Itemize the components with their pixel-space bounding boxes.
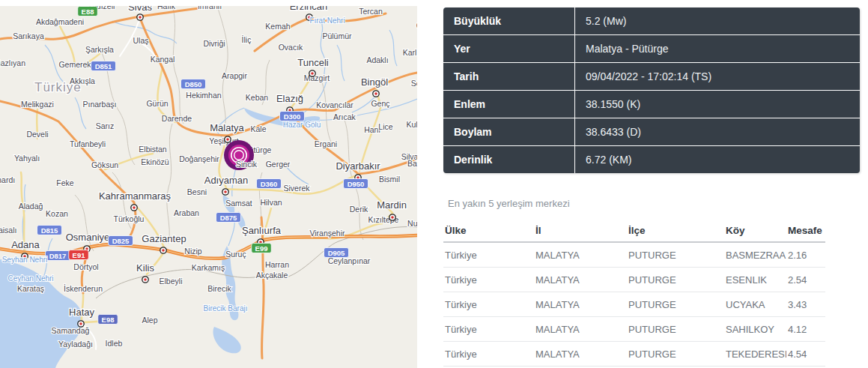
table-row: TürkiyeMALATYAPUTURGEBASMEZRAA2.16 (443, 243, 825, 268)
map-town-label: Kemah (265, 22, 290, 31)
table-cell: Türkiye (443, 250, 534, 261)
map-town-label: İliç (242, 35, 252, 44)
table-cell: PUTURGE (627, 274, 724, 286)
map-city-label: Diyarbakır (336, 160, 380, 172)
map-town-label: Ovacık (279, 43, 303, 52)
map-top-edge (0, 0, 417, 6)
table-cell: 4.12 (786, 324, 825, 335)
table-row: TürkiyeMALATYAPUTURGEUCYAKA3.43 (443, 292, 825, 317)
table-cell: MALATYA (534, 324, 627, 335)
map-town-label: Ulaş (133, 36, 148, 45)
info-row: Derinlik6.72 (KM) (443, 146, 860, 173)
city-marker-icon (142, 277, 148, 283)
country-label: Türkiye (34, 80, 82, 94)
map-town-label: Mazgirt (304, 73, 330, 82)
map-town-label: Hekimhan (186, 91, 221, 100)
map-town-label: Sarız (96, 121, 115, 130)
map-town-label: Lice (378, 122, 392, 131)
map-town-label: Sarıkaya (13, 31, 44, 40)
water-label: Birecik Barajı (204, 304, 248, 313)
map-town-label: Ekinözü (141, 157, 169, 166)
map-city-label: Mardin (377, 199, 407, 211)
table-cell: TEKEDERESI (724, 349, 786, 360)
map-town-label: Divriği (203, 39, 225, 48)
map-city-label: Gaziantep (142, 233, 186, 244)
map-town-label: Kozan (46, 209, 68, 218)
map-city-label: Malatya (210, 122, 244, 133)
map-town-label: Derik (350, 205, 368, 214)
map-town-label: Tufanbeyli (70, 139, 106, 148)
water-label: Fırat Nehri (309, 16, 345, 25)
road-shield: D875 (216, 213, 241, 223)
map-town-label: Kovancılar (316, 100, 353, 109)
road-shield: D851 (91, 61, 116, 71)
info-value: 6.72 (KM) (575, 146, 860, 173)
map-town-label: Arıcak (333, 112, 356, 121)
map-town-label: Alep (142, 316, 157, 325)
column-header: Mesafe (786, 225, 825, 236)
map-canvas[interactable]: YıldızeliHafikİmranlıAkdağmadeniSarıkaya… (0, 0, 417, 368)
road-shield: E88 (78, 7, 98, 16)
svg-text:D875: D875 (220, 214, 237, 222)
road-shield: D817 (46, 251, 70, 261)
map-city-label: Kahramanmaraş (99, 190, 172, 202)
map-town-label: Karataş (17, 284, 44, 293)
info-value: 38.6433 (D) (575, 118, 860, 145)
map-town-label: Harran (265, 260, 289, 269)
table-cell: Türkiye (443, 274, 534, 286)
map-town-label: Karaisalı (0, 226, 16, 235)
table-cell: 4.54 (786, 349, 825, 360)
table-cell: 3.43 (786, 299, 825, 310)
map-town-label: Idleb (106, 339, 123, 348)
svg-text:D851: D851 (95, 62, 112, 70)
map-town-label: Feke (56, 178, 74, 187)
table-cell: MALATYA (534, 274, 627, 286)
map-town-label: Şarkışla (85, 45, 114, 54)
map-town-label: Hilvan (260, 198, 282, 207)
city-marker-icon (225, 136, 231, 142)
map-town-label: Viranşehir (309, 229, 345, 238)
map-town-label: Gürün (146, 99, 168, 108)
table-cell: Türkiye (443, 349, 534, 360)
svg-text:D815: D815 (41, 226, 58, 235)
city-marker-icon (222, 189, 228, 195)
map-town-label: Arapgir (222, 71, 247, 80)
table-cell: MALATYA (534, 250, 627, 261)
nearest-settlements-table: ÜlkeİlİlçeKöyMesafeTürkiyeMALATYAPUTURGE… (443, 219, 825, 367)
map-town-label: Birecik (207, 284, 231, 293)
map-town-label: Tercan (359, 7, 383, 16)
svg-text:E98: E98 (102, 316, 115, 324)
column-header: Ülke (443, 225, 534, 236)
city-marker-icon (78, 321, 84, 327)
svg-text:D950: D950 (347, 180, 365, 188)
map-city-label: Şanlıurfa (242, 225, 282, 236)
svg-text:D300: D300 (284, 112, 301, 121)
table-cell: SAHILKOY (724, 324, 786, 335)
info-label: Büyüklük (443, 7, 575, 34)
info-label: Boylam (443, 118, 575, 145)
map-town-label: Karkamış (192, 263, 225, 272)
road-shield: D815 (37, 226, 62, 235)
earthquake-detail-page: YıldızeliHafikİmranlıAkdağmadeniSarıkaya… (0, 0, 868, 368)
table-cell: PUTURGE (627, 324, 724, 335)
table-cell: Türkiye (443, 324, 534, 335)
map-city-label: Tunceli (297, 57, 329, 68)
map-city-label: Adıyaman (204, 175, 249, 186)
map[interactable]: YıldızeliHafikİmranlıAkdağmadeniSarıkaya… (0, 0, 417, 368)
info-row: Enlem38.1550 (K) (443, 91, 860, 118)
table-row: TürkiyeMALATYAPUTURGETEKEDERESI4.54 (443, 342, 825, 367)
map-town-label: Darende (162, 114, 192, 123)
map-town-label: Aladağ (19, 202, 43, 211)
info-row: Büyüklük5.2 (Mw) (443, 7, 860, 35)
map-town-label: Solhan (411, 79, 417, 88)
earthquake-info-table: Büyüklük5.2 (Mw)YerMalatya - PütürgeTari… (443, 7, 860, 173)
map-town-label: Bismil (379, 175, 400, 184)
city-marker-icon (131, 205, 137, 211)
map-town-label: Siverek (283, 184, 310, 193)
info-label: Enlem (443, 91, 575, 118)
svg-text:D360: D360 (261, 180, 278, 188)
map-town-label: Akçakale (256, 271, 288, 280)
map-town-label: Pülümür (322, 31, 352, 40)
map-town-label: Samandağ (52, 326, 90, 335)
map-town-label: Develi (26, 130, 48, 139)
